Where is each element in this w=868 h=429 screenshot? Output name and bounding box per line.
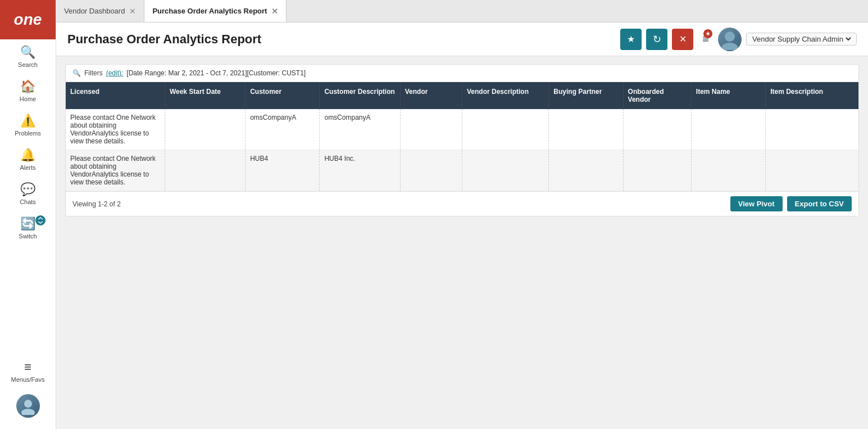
cell-vendor (400, 150, 462, 191)
col-header-customer-desc: Customer Description (320, 82, 400, 109)
tab-purchase-order-analytics-label: Purchase Order Analytics Report (152, 7, 267, 15)
cell-vendor (400, 109, 462, 150)
viewing-count: Viewing 1-2 of 2 (72, 200, 121, 208)
sidebar-item-chats-label: Chats (20, 198, 36, 205)
cell-licensed: Please contact One Network about obtaini… (66, 150, 165, 191)
sidebar-item-chats[interactable]: 💬 Chats (0, 177, 56, 211)
export-csv-button[interactable]: Export to CSV (787, 196, 852, 211)
cell-licensed: Please contact One Network about obtaini… (66, 109, 165, 150)
footer-buttons: View Pivot Export to CSV (730, 196, 852, 211)
cell-vendor_desc (462, 109, 548, 150)
cell-buying_partner (549, 150, 623, 191)
cell-buying_partner (549, 109, 623, 150)
sidebar-item-search[interactable]: 🔍 Search (0, 39, 56, 74)
col-header-licensed: Licensed (66, 82, 165, 109)
cell-customer: omsCompanyA (246, 109, 320, 150)
svg-point-0 (24, 400, 32, 408)
sidebar-item-switch[interactable]: 🔄 Switch (0, 211, 56, 245)
tab-vendor-dashboard-label: Vendor Dashboard (64, 7, 125, 15)
col-header-vendor: Vendor (400, 82, 462, 109)
col-header-week-start: Week Start Date (165, 82, 245, 109)
table-row: Please contact One Network about obtaini… (66, 109, 858, 150)
header-actions: ★ ↻ ✕ ≡ ★ Vendor Supply Chain Admin (620, 28, 857, 51)
col-header-item-name: Item Name (691, 82, 765, 109)
sidebar-user-avatar[interactable] (0, 389, 56, 423)
favorite-button[interactable]: ★ (620, 29, 642, 50)
cell-item_name (691, 150, 765, 191)
filters-text: [Date Range: Mar 2, 2021 - Oct 7, 2021][… (126, 69, 306, 77)
filters-edit-link[interactable]: (edit): (106, 69, 124, 77)
user-role-select-wrapper[interactable]: Vendor Supply Chain Admin (746, 33, 857, 46)
cell-onboarded_vendor (623, 109, 691, 150)
sidebar: one 🔍 Search 🏠 Home ⚠️ Problems 🔔 Alerts… (0, 0, 56, 429)
sidebar-item-search-label: Search (18, 61, 38, 68)
page-header: Purchase Order Analytics Report ★ ↻ ✕ ≡ … (56, 22, 868, 56)
cell-week_start (165, 109, 245, 150)
col-header-buying-partner: Buying Partner (549, 82, 623, 109)
tab-bar: Vendor Dashboard ✕ Purchase Order Analyt… (56, 0, 868, 22)
chat-icon: 💬 (20, 182, 35, 197)
refresh-button[interactable]: ↻ (646, 29, 667, 50)
cell-item_desc (766, 150, 858, 191)
close-icon: ✕ (679, 34, 687, 44)
tab-purchase-order-analytics-close[interactable]: ✕ (271, 7, 278, 15)
sidebar-item-alerts-label: Alerts (20, 164, 35, 171)
filters-label: Filters (84, 69, 103, 77)
content-area: 🔍 Filters (edit): [Date Range: Mar 2, 20… (56, 56, 868, 429)
tab-vendor-dashboard-close[interactable]: ✕ (129, 7, 136, 15)
sidebar-item-home-label: Home (20, 96, 36, 102)
sidebar-item-problems-label: Problems (15, 130, 40, 137)
filter-search-icon: 🔍 (72, 69, 81, 77)
cell-week_start (165, 150, 245, 191)
hamburger-menu-button[interactable]: ≡ ★ (698, 30, 714, 48)
app-logo[interactable]: one (0, 0, 56, 39)
svg-point-1 (21, 409, 35, 415)
table-wrapper: Licensed Week Start Date Customer Custom… (66, 82, 858, 191)
report-card: 🔍 Filters (edit): [Date Range: Mar 2, 20… (65, 64, 859, 216)
cell-customer: HUB4 (246, 150, 320, 191)
cell-onboarded_vendor (623, 150, 691, 191)
switch-icon: 🔄 (20, 216, 35, 231)
user-role-select[interactable]: Vendor Supply Chain Admin (750, 34, 853, 44)
table-row: Please contact One Network about obtaini… (66, 150, 858, 191)
cell-vendor_desc (462, 150, 548, 191)
sidebar-item-menus[interactable]: ≡ Menus/Favs (0, 354, 56, 389)
refresh-icon: ↻ (653, 33, 661, 46)
warning-icon: ⚠️ (20, 114, 35, 128)
table-body: Please contact One Network about obtaini… (66, 109, 858, 191)
logo-text: one (14, 11, 42, 29)
table-header-row: Licensed Week Start Date Customer Custom… (66, 82, 858, 109)
sidebar-item-alerts[interactable]: 🔔 Alerts (0, 142, 56, 177)
page-title: Purchase Order Analytics Report (67, 32, 620, 47)
tab-vendor-dashboard[interactable]: Vendor Dashboard ✕ (56, 0, 144, 22)
col-header-item-desc: Item Description (766, 82, 858, 109)
switch-badge (35, 215, 46, 225)
svg-point-3 (722, 43, 738, 50)
sidebar-bottom: ≡ Menus/Favs (0, 354, 56, 429)
sidebar-item-switch-label: Switch (19, 233, 37, 240)
cell-customer_desc: HUB4 Inc. (320, 150, 400, 191)
view-pivot-button[interactable]: View Pivot (730, 196, 783, 211)
report-table: Licensed Week Start Date Customer Custom… (66, 82, 858, 191)
table-footer: Viewing 1-2 of 2 View Pivot Export to CS… (66, 191, 858, 216)
home-icon: 🏠 (20, 79, 35, 94)
svg-point-2 (725, 31, 735, 42)
avatar-image (16, 394, 40, 418)
header-user-avatar (718, 28, 742, 51)
cell-customer_desc: omsCompanyA (320, 109, 400, 150)
bell-icon: 🔔 (20, 148, 35, 162)
col-header-onboarded-vendor: OnboardedVendor (623, 82, 691, 109)
sidebar-item-home[interactable]: 🏠 Home (0, 74, 56, 108)
sidebar-item-menus-label: Menus/Favs (11, 376, 45, 383)
notification-badge: ★ (703, 29, 712, 38)
star-icon: ★ (627, 34, 635, 44)
cell-item_name (691, 109, 765, 150)
sidebar-item-problems[interactable]: ⚠️ Problems (0, 108, 56, 142)
col-header-customer: Customer (246, 82, 320, 109)
cell-item_desc (766, 109, 858, 150)
tab-purchase-order-analytics[interactable]: Purchase Order Analytics Report ✕ (144, 0, 287, 22)
close-button[interactable]: ✕ (672, 29, 693, 50)
search-icon: 🔍 (20, 45, 35, 60)
col-header-vendor-desc: Vendor Description (462, 82, 548, 109)
notification-count: ★ (706, 31, 710, 37)
